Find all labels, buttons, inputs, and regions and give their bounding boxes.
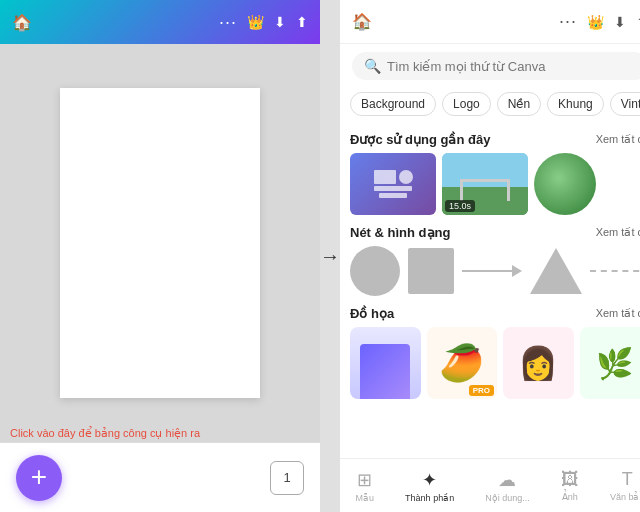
fruit-emoji: 🥭: [439, 342, 484, 384]
add-button[interactable]: +: [16, 455, 62, 501]
canvas-white: [60, 88, 260, 398]
shape-dashed[interactable]: [590, 270, 640, 272]
shape-triangle[interactable]: [530, 248, 582, 294]
nav-van-ban[interactable]: T Văn bản: [610, 469, 640, 502]
thumb-landscape[interactable]: 15.0s: [442, 153, 528, 215]
status-left: 🏠: [12, 13, 32, 32]
page-number: 1: [283, 470, 290, 485]
shapes-title: Nét & hình dạng: [350, 225, 450, 240]
thumb-design[interactable]: [350, 153, 436, 215]
recent-see-all[interactable]: Xem tất cả: [596, 133, 640, 146]
nav-anh[interactable]: 🖼 Ảnh: [561, 469, 579, 502]
shape-square[interactable]: [408, 248, 454, 294]
nav-thanh-phan-label: Thành phần: [405, 493, 454, 503]
home-icon-right[interactable]: 🏠: [352, 12, 372, 31]
shape-arrow[interactable]: [462, 265, 522, 277]
canvas-area: [0, 44, 320, 442]
bottom-bar-left: + 1: [0, 442, 320, 512]
search-input[interactable]: [387, 59, 636, 74]
top-bar-right: 🏠 ··· 👑 ⬇ ⬆: [340, 0, 640, 44]
right-panel: 🏠 ··· 👑 ⬇ ⬆ 🔍 Background Logo Nền Khung …: [340, 0, 640, 512]
hint-text: Click vào đây để bảng công cụ hiện ra: [10, 427, 200, 440]
pro-badge: PRO: [469, 385, 494, 396]
plant-emoji: 🌿: [596, 346, 633, 381]
thumb-design-deco: [350, 153, 436, 215]
top-icons-left: ··· 👑 ⬇ ⬆: [219, 12, 308, 33]
top-icons-right: ··· 👑 ⬇ ⬆: [559, 11, 640, 32]
shapes-section-header: Nét & hình dạng Xem tất cả: [350, 225, 640, 240]
bottom-nav: ⊞ Mẫu ✦ Thành phần ☁ Nội dung... 🖼 Ảnh T…: [340, 458, 640, 512]
photo-icon: 🖼: [561, 469, 579, 490]
home-icon-left[interactable]: 🏠: [12, 13, 32, 32]
nav-anh-label: Ảnh: [562, 492, 578, 502]
status-right: 🏠: [352, 12, 372, 31]
nav-thanh-phan[interactable]: ✦ Thành phần: [405, 469, 454, 503]
graphics-row: 🥭 PRO 👩 🌿: [350, 327, 640, 399]
download-icon-right[interactable]: ⬇: [614, 14, 626, 30]
crown-icon-right[interactable]: 👑: [587, 14, 604, 30]
tab-logo[interactable]: Logo: [442, 92, 491, 116]
person-emoji: 👩: [518, 344, 558, 382]
text-icon: T: [622, 469, 633, 490]
tab-nen[interactable]: Nền: [497, 92, 541, 116]
grid-icon: ⊞: [357, 469, 372, 491]
crown-icon-left[interactable]: 👑: [247, 14, 264, 30]
more-icon-right[interactable]: ···: [559, 11, 577, 32]
tab-background[interactable]: Background: [350, 92, 436, 116]
graphic-fruit[interactable]: 🥭 PRO: [427, 327, 498, 399]
shapes-see-all[interactable]: Xem tất cả: [596, 226, 640, 239]
graphics-see-all[interactable]: Xem tất cả: [596, 307, 640, 320]
search-bar: 🔍: [340, 44, 640, 88]
plus-icon: +: [31, 463, 47, 491]
tab-vintage[interactable]: Vintage: [610, 92, 640, 116]
search-icon: 🔍: [364, 58, 381, 74]
page-indicator[interactable]: 1: [270, 461, 304, 495]
nav-mau[interactable]: ⊞ Mẫu: [356, 469, 375, 503]
recent-title: Được sử dụng gần đây: [350, 132, 490, 147]
share-icon-right[interactable]: ⬆: [636, 14, 640, 30]
nav-mau-label: Mẫu: [356, 493, 375, 503]
top-bar-left: 🏠 ··· 👑 ⬇ ⬆: [0, 0, 320, 44]
shape-circle[interactable]: [350, 246, 400, 296]
building-shape: [360, 344, 410, 399]
arrow-indicator: →: [320, 245, 340, 268]
components-icon: ✦: [422, 469, 437, 491]
graphic-person[interactable]: 👩: [503, 327, 574, 399]
nav-van-ban-label: Văn bản: [610, 492, 640, 502]
search-container[interactable]: 🔍: [352, 52, 640, 80]
graphics-section-header: Đồ họa Xem tất cả: [350, 306, 640, 321]
graphic-plant[interactable]: 🌿: [580, 327, 641, 399]
share-icon-left[interactable]: ⬆: [296, 14, 308, 30]
content-area: Được sử dụng gần đây Xem tất cả: [340, 124, 640, 458]
tab-khung[interactable]: Khung: [547, 92, 604, 116]
upload-icon: ☁: [498, 469, 516, 491]
download-icon-left[interactable]: ⬇: [274, 14, 286, 30]
filter-tabs: Background Logo Nền Khung Vintage: [340, 88, 640, 124]
recent-thumbnails: 15.0s: [350, 153, 640, 215]
recent-section-header: Được sử dụng gần đây Xem tất cả: [350, 132, 640, 147]
shapes-row: [350, 246, 640, 296]
nav-noi-dung[interactable]: ☁ Nội dung...: [485, 469, 530, 503]
more-icon-left[interactable]: ···: [219, 12, 237, 33]
graphics-title: Đồ họa: [350, 306, 394, 321]
graphic-building[interactable]: [350, 327, 421, 399]
duration-badge: 15.0s: [445, 200, 475, 212]
thumb-circle-green[interactable]: [534, 153, 596, 215]
nav-noi-dung-label: Nội dung...: [485, 493, 530, 503]
